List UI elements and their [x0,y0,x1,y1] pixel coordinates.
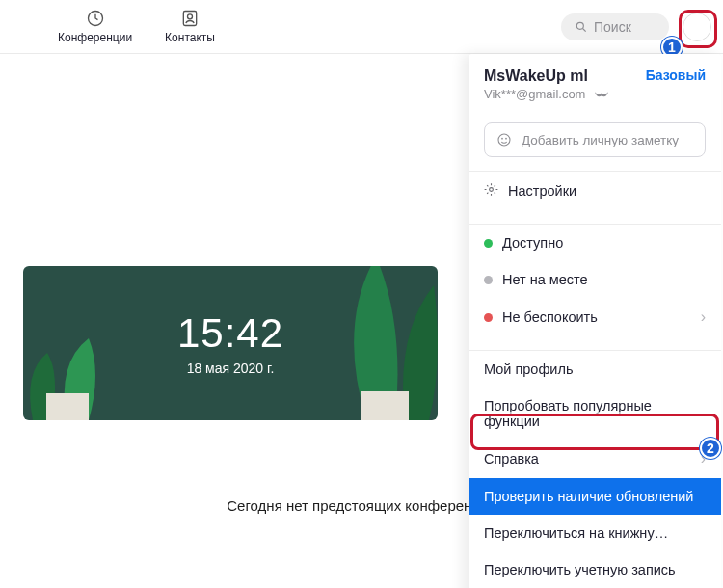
svg-rect-4 [46,393,89,420]
menu-my-profile[interactable]: Мой профиль [469,351,721,388]
nav-tabs: Конференции Контакты [58,9,215,44]
clock-icon [86,9,105,28]
svg-rect-5 [361,391,409,420]
tab-conferences[interactable]: Конференции [58,9,132,44]
plant-decoration-icon [23,305,129,420]
menu-settings[interactable]: Настройки [469,172,721,210]
profile-dropdown: MsWakeUp ml Базовый Vik***@gmail.com Доб… [469,54,721,588]
contacts-icon [180,9,200,28]
chevron-right-icon: › [701,450,706,468]
svg-point-9 [490,188,494,192]
tab-conferences-label: Конференции [58,31,132,44]
status-dot-red-icon [484,313,493,322]
clock-card: 15:42 18 мая 2020 г. [23,266,438,420]
status-available[interactable]: Доступно [469,225,721,261]
dropdown-header: MsWakeUp ml Базовый Vik***@gmail.com [469,54,721,111]
chevron-right-icon: › [701,308,706,326]
menu-portrait-mode[interactable]: Переключиться на книжну… [469,515,721,551]
svg-point-3 [576,22,583,29]
search-icon [575,20,588,34]
gear-icon [484,182,498,200]
clock-time: 15:42 [177,310,283,357]
bat-icon [595,90,608,99]
status-away[interactable]: Нет на месте [469,261,721,298]
svg-point-7 [502,138,503,139]
status-dot-green-icon [484,239,493,248]
profile-name: MsWakeUp ml [484,67,588,85]
plant-decoration-icon [299,266,438,420]
status-dot-grey-icon [484,276,493,284]
svg-point-8 [506,138,507,139]
menu-switch-account[interactable]: Переключить учетную запись [469,551,721,588]
top-bar: Конференции Контакты Поиск [0,0,723,54]
svg-rect-1 [183,12,196,26]
menu-check-updates[interactable]: Проверить наличие обновлений [469,478,721,515]
smile-icon [496,132,512,147]
search-input[interactable]: Поиск [561,13,669,40]
svg-point-6 [498,134,510,146]
tab-contacts[interactable]: Контакты [165,9,215,44]
status-dnd[interactable]: Не беспокоить › [469,298,721,336]
note-placeholder: Добавить личную заметку [522,133,679,147]
tab-contacts-label: Контакты [165,31,215,44]
profile-email: Vik***@gmail.com [484,87,706,101]
plan-badge[interactable]: Базовый [646,67,706,83]
menu-try-features[interactable]: Попробовать популярные функции [469,388,721,440]
search-placeholder: Поиск [594,19,631,35]
personal-note-input[interactable]: Добавить личную заметку [484,122,706,157]
avatar-button[interactable] [683,13,711,41]
svg-point-2 [188,14,193,19]
clock-date: 18 мая 2020 г. [187,361,275,376]
menu-help[interactable]: Справка › [469,440,721,478]
